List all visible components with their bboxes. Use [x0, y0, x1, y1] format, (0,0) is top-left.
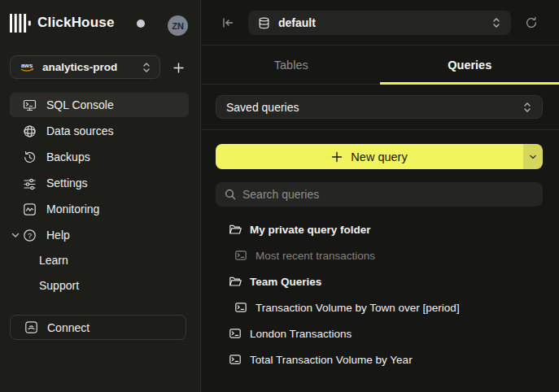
brand-name: ClickHouse [37, 15, 115, 31]
sidebar-item-label: Help [46, 229, 70, 242]
connect-label: Connect [47, 321, 90, 334]
sidebar: ClickHouse ZN aws analytics-prod [0, 0, 201, 392]
history-icon [23, 150, 37, 164]
sidebar-item-support[interactable]: Support [39, 273, 161, 298]
query-folder[interactable]: Team Queries [229, 269, 321, 294]
sidebar-item-label: Data sources [46, 124, 113, 137]
search-queries-input[interactable] [242, 188, 534, 201]
tree-item-label: Most recent transactions [255, 250, 375, 262]
sidebar-item-sql-console[interactable]: SQL Console [10, 93, 189, 117]
tab-tables[interactable]: Tables [202, 46, 381, 84]
database-label: default [278, 16, 491, 29]
folder-open-icon [229, 275, 242, 288]
new-query-button[interactable]: New query [216, 144, 523, 169]
aws-icon: aws [19, 62, 35, 72]
brand: ClickHouse [10, 11, 115, 34]
svg-text:aws: aws [21, 62, 33, 69]
sidebar-item-learn[interactable]: Learn [39, 248, 161, 272]
clickhouse-console: ClickHouse ZN aws analytics-prod [0, 0, 559, 392]
sidebar-item-label: Monitoring [46, 203, 99, 216]
search-icon [225, 189, 236, 200]
clickhouse-logo-icon [10, 14, 32, 33]
folder-open-icon [229, 223, 242, 236]
tree-item-label: Transaction Volume by Town over [period] [255, 302, 460, 314]
sphere-icon [23, 124, 37, 138]
saved-queries-label: Saved queries [226, 101, 522, 114]
new-query-split-button: New query [216, 144, 543, 169]
saved-queries-selector[interactable]: Saved queries [216, 95, 543, 119]
chevron-updown-icon [522, 102, 532, 113]
connect-icon [24, 320, 38, 334]
workspace-selector[interactable]: aws analytics-prod [10, 55, 160, 79]
database-selector[interactable]: default [248, 11, 511, 35]
query-folder[interactable]: My private query folder [229, 217, 371, 242]
query-item[interactable]: Transaction Volume by Town over [period] [234, 295, 460, 320]
query-terminal-icon [234, 301, 247, 314]
refresh-icon[interactable] [525, 16, 538, 29]
plus-icon [173, 62, 185, 74]
query-terminal-icon [229, 327, 242, 340]
connect-button[interactable]: Connect [10, 315, 186, 340]
new-query-label: New query [351, 150, 407, 163]
chart-icon [23, 203, 37, 216]
status-dot [137, 20, 145, 28]
sidebar-item-help[interactable]: ? Help [10, 223, 189, 247]
question-circle-icon: ? [23, 229, 37, 242]
query-item[interactable]: Total Transaction Volume by Year [229, 347, 413, 372]
chevron-updown-icon [491, 17, 501, 28]
query-terminal-icon [229, 353, 242, 366]
sidebar-item-label: Backups [46, 150, 90, 163]
sidebar-item-label: SQL Console [46, 98, 114, 111]
svg-text:?: ? [28, 231, 32, 239]
sliders-icon [23, 176, 37, 190]
tree-item-label: Total Transaction Volume by Year [250, 354, 413, 366]
new-query-dropdown-button[interactable] [523, 144, 543, 169]
queries-panel: default Tables Queries Saved queries [202, 0, 559, 392]
sidebar-subitem-label: Support [39, 279, 79, 292]
add-service-button[interactable] [170, 59, 186, 76]
sidebar-item-data-sources[interactable]: Data sources [10, 119, 189, 143]
collapse-panel-icon[interactable] [221, 16, 234, 29]
sidebar-item-settings[interactable]: Settings [10, 171, 189, 195]
sidebar-item-backups[interactable]: Backups [10, 145, 189, 169]
panel-topbar: default [202, 0, 559, 46]
avatar[interactable]: ZN [168, 15, 188, 36]
terminal-monitor-icon [23, 98, 37, 112]
query-item[interactable]: London Transactions [229, 321, 352, 346]
search-box [216, 182, 543, 207]
sidebar-item-label: Settings [46, 176, 88, 189]
plus-icon [331, 151, 343, 163]
sidebar-subitem-label: Learn [39, 254, 68, 267]
tab-queries[interactable]: Queries [381, 46, 559, 84]
query-terminal-icon [234, 249, 247, 262]
database-icon [258, 17, 270, 29]
chevron-updown-icon [142, 62, 151, 73]
tree-item-label: London Transactions [250, 328, 352, 340]
panel-tabs: Tables Queries [202, 46, 559, 85]
saved-queries-section: Saved queries [202, 85, 559, 130]
tree-item-label: Team Queries [250, 276, 321, 288]
sidebar-item-monitoring[interactable]: Monitoring [10, 197, 189, 221]
tree-item-label: My private query folder [250, 224, 371, 236]
workspace-label: analytics-prod [42, 61, 142, 73]
query-item[interactable]: Most recent transactions [234, 243, 375, 268]
chevron-down-icon [529, 153, 537, 161]
